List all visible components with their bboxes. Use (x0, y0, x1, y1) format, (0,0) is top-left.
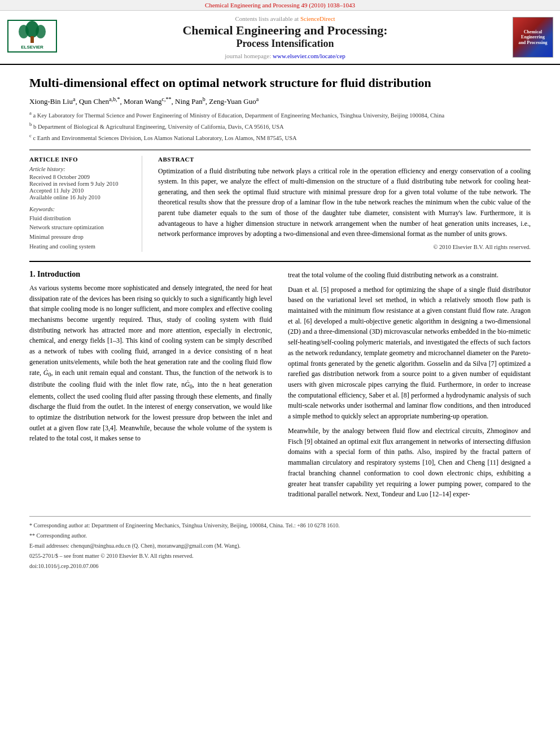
intro-left-text: As various systems become more sophistic… (29, 283, 272, 444)
article-info-label: Article Info (29, 156, 134, 163)
affiliations: a a Key Laboratory for Thermal Science a… (29, 110, 531, 143)
received-date: Received 8 October 2009 (29, 174, 134, 180)
footnotes-section: * Corresponding author at: Department of… (29, 516, 531, 570)
affiliation-b: b b Department of Biological & Agricultu… (29, 121, 531, 131)
footnote-corresponding: * Corresponding author at: Department of… (29, 521, 531, 530)
cover-text: Chemical Engineering and Processing (518, 29, 547, 46)
body-left-col: 1. Introduction As various systems becom… (29, 270, 272, 504)
journal-citation: Chemical Engineering and Processing 49 (… (205, 2, 355, 8)
journal-header-bar: Chemical Engineering and Processing 49 (… (0, 0, 560, 11)
journal-homepage: journal homepage: www.elsevier.com/locat… (67, 53, 504, 59)
journal-name-line2: Process Intensification (67, 38, 504, 50)
intro-heading: 1. Introduction (29, 270, 272, 279)
keywords-list: Fluid distribution Network structure opt… (29, 214, 134, 252)
journal-title-block: Contents lists available at ScienceDirec… (67, 15, 504, 59)
footnote-issn: 0255-2701/$ – see front matter © 2010 El… (29, 552, 531, 560)
article-history-label: Article history: (29, 166, 134, 172)
footnote-doi: doi:10.1016/j.cep.2010.07.006 (29, 562, 531, 570)
copyright: © 2010 Elsevier B.V. All rights reserved… (158, 244, 531, 250)
top-banner: ELSEVIER Contents lists available at Sci… (0, 11, 560, 65)
article-title: Multi-dimensional effect on optimal netw… (29, 75, 531, 91)
journal-cover: Chemical Engineering and Processing (513, 17, 553, 58)
affiliation-c: c c Earth and Environmental Sciences Div… (29, 132, 531, 142)
footnote-emails: E-mail addresses: chenqun@tsinghua.edu.c… (29, 541, 531, 550)
keyword-2: Network structure optimization (29, 223, 134, 233)
sciencedirect-link[interactable]: ScienceDirect (300, 15, 335, 22)
elsevier-logo: ELSEVIER (7, 19, 58, 55)
abstract-label: ABSTRACT (158, 156, 531, 163)
keyword-4: Heating and cooling system (29, 242, 134, 252)
keywords-label: Keywords: (29, 206, 134, 212)
svg-point-2 (19, 25, 29, 38)
body-right-col: treat the total volume of the cooling fl… (288, 270, 531, 504)
sciencedirect-note: Contents lists available at ScienceDirec… (67, 15, 504, 22)
section-divider (29, 261, 531, 262)
intro-right-text: treat the total volume of the cooling fl… (288, 270, 531, 500)
page-content: Multi-dimensional effect on optimal netw… (0, 65, 560, 583)
abstract-text: Optimization of a fluid distributing tub… (158, 166, 531, 239)
online-date: Available online 16 July 2010 (29, 194, 134, 200)
svg-point-3 (36, 25, 46, 38)
footnote-corresponding2: ** Corresponding author. (29, 531, 531, 540)
body-section: 1. Introduction As various systems becom… (29, 270, 531, 504)
journal-name-line1: Chemical Engineering and Processing: (67, 23, 504, 38)
homepage-url[interactable]: www.elsevier.com/locate/cep (273, 53, 345, 59)
keyword-1: Fluid distribution (29, 214, 134, 224)
svg-rect-4 (30, 36, 34, 43)
accepted-date: Accepted 11 July 2010 (29, 187, 134, 194)
authors-line: Xiong-Bin Liua, Qun Chena,b,*, Moran Wan… (29, 96, 531, 106)
info-abstract-section: Article Info Article history: Received 8… (29, 150, 531, 252)
affiliation-a: a a Key Laboratory for Thermal Science a… (29, 110, 531, 120)
article-info-col: Article Info Article history: Received 8… (29, 156, 142, 252)
svg-text:ELSEVIER: ELSEVIER (21, 45, 43, 50)
abstract-col: ABSTRACT Optimization of a fluid distrib… (158, 156, 531, 252)
keyword-3: Minimal pressure drop (29, 233, 134, 242)
revised-date: Received in revised form 9 July 2010 (29, 181, 134, 187)
